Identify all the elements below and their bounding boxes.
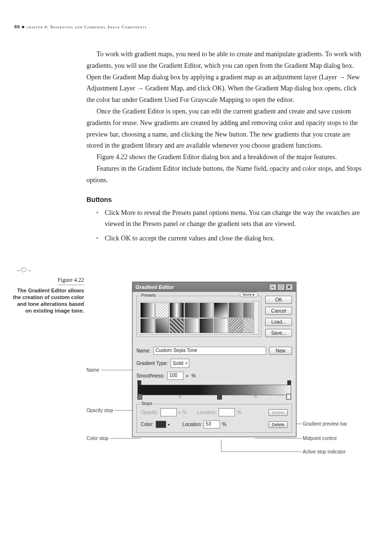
presets-grid[interactable]: [139, 301, 259, 335]
color-stop[interactable]: [286, 394, 291, 400]
smoothness-input[interactable]: 100: [167, 372, 184, 380]
body-paragraph: Figure 4.22 shows the Gradient Editor di…: [86, 151, 363, 163]
gradient-swatch[interactable]: [155, 302, 170, 318]
gradient-swatch[interactable]: [229, 302, 243, 318]
leader-line: [221, 440, 221, 452]
gradient-swatch[interactable]: [199, 318, 214, 334]
name-label: Name:: [136, 348, 150, 353]
figure-number: Figure 4.22: [58, 276, 84, 285]
presets-label: Presets: [140, 293, 158, 298]
callout-opacity-stop: Opacity stop: [86, 408, 113, 413]
chevron-right-icon[interactable]: ▸: [186, 374, 188, 378]
color-stop[interactable]: [137, 394, 142, 400]
smoothness-label: Smoothness:: [136, 373, 164, 378]
gradient-swatch[interactable]: [155, 318, 170, 334]
scrollbar[interactable]: [254, 301, 258, 334]
color-well[interactable]: [156, 421, 166, 428]
figure-4-22: Name Opacity stop Color stop Gradient pr…: [86, 282, 355, 498]
running-head: 86 ■ chapter 4: Separating and Combining…: [14, 24, 363, 29]
opacity-stop[interactable]: [137, 380, 141, 385]
body-paragraph: Once the Gradient Editor is open, you ca…: [86, 106, 363, 151]
callout-active-stop: Active stop indicator: [303, 449, 346, 454]
gradient-swatch[interactable]: [214, 318, 228, 334]
gradient-swatch[interactable]: [214, 302, 228, 318]
body-paragraph: Features in the Gradient Editor include …: [86, 163, 363, 186]
color-field-label: Color:: [141, 422, 154, 427]
leader-line: [255, 438, 302, 439]
gradient-type-select[interactable]: Solid: [171, 359, 189, 368]
gradient-editor-dialog: Gradient Editor – □ ✕ Presets More ▸: [132, 282, 296, 437]
gradient-swatch[interactable]: [184, 302, 199, 318]
percent-label: %: [222, 422, 226, 427]
gradient-swatch[interactable]: [184, 318, 199, 334]
color-location-input[interactable]: 53: [204, 420, 220, 428]
ok-button[interactable]: OK: [265, 296, 292, 304]
stops-label: Stops: [140, 401, 154, 406]
name-input[interactable]: Custom Sepia Tone: [153, 347, 266, 355]
body-paragraph: To work with gradient maps, you need to …: [86, 49, 363, 106]
delete-opacity-button: Delete: [269, 409, 288, 416]
section-heading-buttons: Buttons: [86, 196, 363, 203]
location-field-label: Location:: [183, 422, 202, 427]
maximize-icon[interactable]: □: [277, 284, 285, 290]
leader-line: [221, 452, 302, 452]
gradient-swatch[interactable]: [170, 302, 184, 318]
callout-name: Name: [86, 367, 99, 373]
midpoint-icon[interactable]: ◇: [179, 394, 182, 399]
chapter-title: chapter 4: Separating and Combining Imag…: [26, 25, 147, 29]
load-button[interactable]: Load...: [265, 318, 292, 326]
percent-label: %: [191, 373, 196, 378]
gradient-swatch[interactable]: [199, 302, 214, 318]
delete-color-button[interactable]: Delete: [269, 421, 288, 428]
page-number: 86: [14, 24, 20, 29]
gradient-type-label: Gradient Type:: [136, 361, 168, 366]
callout-gradient-preview: Gradient preview bar: [303, 421, 347, 427]
opacity-location-input: [219, 408, 235, 416]
opacity-field-label: Opacity:: [141, 410, 159, 415]
gradient-swatch[interactable]: [140, 302, 155, 318]
opacity-input: [160, 408, 177, 416]
color-stop-active[interactable]: [217, 394, 222, 400]
save-button[interactable]: Save...: [265, 329, 292, 337]
location-field-label: Location:: [197, 410, 217, 415]
minimize-icon[interactable]: –: [269, 284, 277, 290]
dialog-titlebar[interactable]: Gradient Editor – □ ✕: [133, 282, 296, 292]
bullet-item: Click More to reveal the Presets panel o…: [96, 207, 363, 230]
percent-label: %: [183, 410, 187, 415]
chevron-right-icon[interactable]: ▸: [168, 422, 170, 427]
gradient-swatch[interactable]: [170, 318, 184, 334]
gradient-swatch[interactable]: [140, 318, 155, 334]
callout-color-stop: Color stop: [86, 436, 109, 441]
percent-label: %: [237, 410, 241, 415]
bullet-item: Click OK to accept the current values an…: [96, 233, 363, 244]
figure-sidebar: Figure 4.22 The Gradient Editor allows t…: [12, 276, 84, 314]
callout-midpoint: Midpoint control: [303, 436, 337, 441]
new-button[interactable]: New: [269, 347, 292, 355]
chevron-right-icon: ▸: [179, 410, 181, 414]
more-button[interactable]: More ▸: [240, 292, 258, 297]
opacity-stop[interactable]: [287, 380, 291, 385]
gradient-swatch[interactable]: [229, 318, 243, 334]
mouse-icon: [17, 267, 31, 275]
leader-line: [110, 438, 141, 439]
close-icon[interactable]: ✕: [285, 284, 293, 290]
cancel-button[interactable]: Cancel: [265, 307, 292, 315]
midpoint-icon[interactable]: ◇: [254, 394, 257, 399]
dialog-title: Gradient Editor: [135, 284, 174, 290]
figure-caption: The Gradient Editor allows the creation …: [13, 288, 84, 314]
gradient-preview-bar[interactable]: [137, 385, 291, 395]
